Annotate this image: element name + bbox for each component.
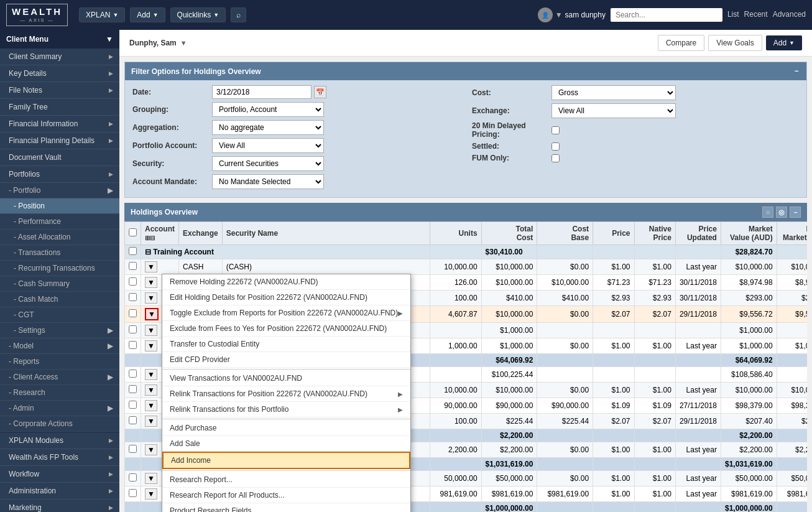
- search-input[interactable]: [611, 8, 722, 22]
- context-menu-trigger[interactable]: ▼: [145, 473, 157, 484]
- row-checkbox[interactable]: [129, 416, 137, 424]
- context-menu-item-view-transactions[interactable]: View Transactions for VAN0002AU.FND: [162, 371, 410, 386]
- context-menu-item-exclude-fees[interactable]: Exclude from Fees to Yes for Position 22…: [162, 321, 410, 337]
- context-menu-trigger[interactable]: ▼: [145, 261, 157, 272]
- row-checkbox[interactable]: [129, 401, 137, 409]
- row-checkbox[interactable]: [129, 445, 137, 453]
- portfolio-account-select[interactable]: View All: [212, 138, 324, 153]
- context-menu-trigger[interactable]: ▼: [145, 400, 157, 411]
- context-menu-trigger[interactable]: ▼: [145, 325, 157, 336]
- advanced-link[interactable]: Advanced: [773, 10, 806, 19]
- date-input[interactable]: [212, 85, 311, 99]
- row-checkbox[interactable]: [129, 309, 137, 317]
- delayed-pricing-checkbox[interactable]: [551, 126, 560, 134]
- circle-icon-2[interactable]: ◎: [776, 207, 787, 218]
- sidebar-item-wealth-axis-fp[interactable]: Wealth Axis FP Tools ▶: [0, 449, 119, 466]
- sidebar-item-marketing[interactable]: Marketing ▶: [0, 500, 119, 512]
- sidebar-sub-reports[interactable]: - Reports: [0, 354, 119, 370]
- row-checkbox[interactable]: [129, 370, 137, 378]
- row-checkbox[interactable]: [129, 341, 137, 349]
- sidebar-item-client-summary[interactable]: Client Summary ▶: [0, 49, 119, 65]
- sidebar-item-administration[interactable]: Administration ▶: [0, 483, 119, 500]
- sidebar-sub-client-access[interactable]: - Client Access ▶: [0, 370, 119, 385]
- filter-collapse-icon[interactable]: －: [793, 66, 800, 77]
- context-menu-item-product-research[interactable]: Product Research Fields...: [162, 503, 410, 512]
- circle-icon-1[interactable]: ○: [762, 207, 773, 218]
- sidebar-item-workflow[interactable]: Workflow ▶: [0, 466, 119, 483]
- cost-select[interactable]: Gross: [551, 85, 676, 100]
- search-icon-button[interactable]: ⌕: [231, 7, 246, 22]
- context-menu-item-add-income[interactable]: Add Income: [162, 452, 410, 469]
- compare-button[interactable]: Compare: [658, 35, 704, 51]
- sidebar-sub-cgt[interactable]: - CGT: [0, 307, 119, 323]
- context-menu-item-add-purchase[interactable]: Add Purchase: [162, 421, 410, 436]
- sidebar-item-family-tree[interactable]: Family Tree: [0, 99, 119, 116]
- recent-link[interactable]: Recent: [744, 10, 768, 19]
- row-checkbox[interactable]: [129, 277, 137, 286]
- context-menu-item-edit-cfd[interactable]: Edit CFD Provider: [162, 352, 410, 368]
- sidebar-sub-research[interactable]: - Research: [0, 385, 119, 401]
- context-menu-trigger[interactable]: ▼: [145, 277, 157, 288]
- context-menu-trigger[interactable]: ▼: [145, 292, 157, 304]
- sidebar-item-document-vault[interactable]: Document Vault: [0, 149, 119, 166]
- row-checkbox[interactable]: [129, 489, 137, 497]
- fum-only-checkbox[interactable]: [551, 154, 560, 162]
- context-menu-item-research-all[interactable]: Research Report for All Products...: [162, 488, 410, 503]
- settled-checkbox[interactable]: [551, 142, 560, 151]
- minus-icon[interactable]: －: [790, 207, 801, 218]
- exchange-select[interactable]: View All: [551, 103, 676, 118]
- aggregation-select[interactable]: No aggregate: [212, 120, 324, 135]
- sidebar-sub-cash-match[interactable]: - Cash Match: [0, 292, 119, 307]
- context-menu-trigger[interactable]: ▼: [145, 340, 157, 351]
- sidebar-sub-asset-allocation[interactable]: - Asset Allocation: [0, 230, 119, 245]
- row-checkbox[interactable]: [129, 293, 137, 301]
- grouping-select[interactable]: Portfolio, Account: [212, 102, 324, 117]
- view-goals-button[interactable]: View Goals: [708, 35, 762, 51]
- account-mandate-select[interactable]: No Mandate Selected: [212, 174, 324, 189]
- client-menu-header[interactable]: Client Menu ▼: [0, 30, 119, 49]
- context-menu-trigger[interactable]: ▼: [145, 416, 157, 427]
- context-menu-item-edit-holding[interactable]: Edit Holding Details for Position 222672…: [162, 290, 410, 305]
- context-menu-trigger[interactable]: ▼: [145, 384, 157, 396]
- sidebar-sub-recurring-transactions[interactable]: - Recurring Transactions: [0, 261, 119, 276]
- sidebar-sub-model[interactable]: - Model ▶: [0, 338, 119, 354]
- context-menu-item-remove[interactable]: Remove Holding 222672 (VAN0002AU.FND): [162, 274, 410, 290]
- context-menu-item-research-report[interactable]: Research Report...: [162, 472, 410, 488]
- sidebar-sub-settings[interactable]: - Settings ▶: [0, 323, 119, 338]
- security-select[interactable]: Current Securities: [212, 156, 324, 171]
- select-all-checkbox[interactable]: [129, 228, 137, 236]
- row-checkbox[interactable]: [129, 473, 137, 482]
- list-link[interactable]: List: [727, 10, 739, 19]
- row-checkbox[interactable]: [129, 325, 137, 333]
- xplan-button[interactable]: XPLAN ▼: [79, 7, 125, 22]
- add-main-button[interactable]: Add ▼: [766, 35, 802, 50]
- context-menu-item-relink-portfolio[interactable]: Relink Transactions for this Portfolio ▶: [162, 402, 410, 417]
- sidebar-sub-portfolio[interactable]: - Portfolio ▶: [0, 183, 119, 198]
- calendar-icon[interactable]: 📅: [314, 86, 326, 98]
- expand-icon[interactable]: ⊟: [145, 248, 151, 256]
- sidebar-sub-performance[interactable]: - Performance: [0, 214, 119, 230]
- sidebar-sub-cash-summary[interactable]: - Cash Summary: [0, 276, 119, 292]
- context-menu-trigger[interactable]: ▼: [145, 444, 157, 455]
- sidebar-sub-corporate-actions[interactable]: - Corporate Actions: [0, 416, 119, 432]
- add-button[interactable]: Add ▼: [130, 7, 165, 22]
- sidebar-item-key-details[interactable]: Key Details ▶: [0, 65, 119, 82]
- group-row-checkbox[interactable]: [129, 247, 137, 255]
- quicklinks-button[interactable]: Quicklinks ▼: [170, 7, 226, 22]
- sidebar-sub-transactions[interactable]: - Transactions: [0, 245, 119, 261]
- context-menu-trigger[interactable]: ▼: [145, 369, 157, 380]
- sidebar-item-file-notes[interactable]: File Notes ▶: [0, 82, 119, 99]
- sidebar-sub-admin[interactable]: - Admin ▶: [0, 401, 119, 416]
- sidebar-item-financial-info[interactable]: Financial Information ▶: [0, 116, 119, 133]
- context-menu-item-transfer[interactable]: Transfer to Custodial Entity: [162, 337, 410, 352]
- context-menu-item-toggle-exclude[interactable]: Toggle Exclude from Reports for Position…: [162, 305, 410, 321]
- context-menu-trigger[interactable]: ▼: [145, 488, 157, 500]
- sidebar-sub-position[interactable]: - Position: [0, 198, 119, 214]
- context-menu-item-add-sale[interactable]: Add Sale: [162, 436, 410, 452]
- sidebar-item-xplan-modules[interactable]: XPLAN Modules ▶: [0, 432, 119, 449]
- sidebar-item-financial-planning[interactable]: Financial Planning Details ▶: [0, 133, 119, 149]
- row-checkbox[interactable]: [129, 385, 137, 393]
- row-checkbox[interactable]: [129, 262, 137, 270]
- context-menu-item-relink-transactions[interactable]: Relink Transactions for Position 222672 …: [162, 386, 410, 402]
- sidebar-item-portfolios[interactable]: Portfolios ▶: [0, 166, 119, 183]
